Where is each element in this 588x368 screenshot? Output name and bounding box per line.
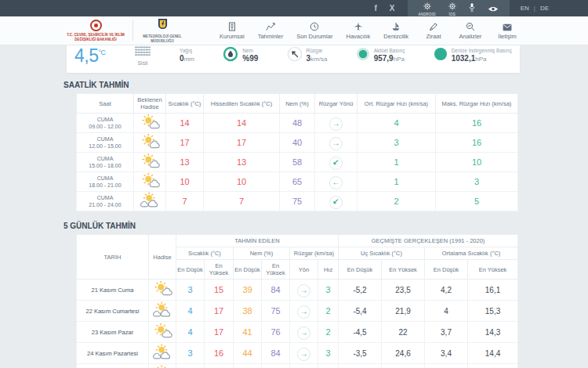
- cell-temp-max: 17: [205, 301, 234, 322]
- hourly-col-nem: Nem (%): [280, 94, 315, 114]
- cell-ruzgar-yonu: ↙: [315, 153, 358, 172]
- nav-label: Havacılık: [346, 33, 370, 40]
- cell-hissedilen: 13: [204, 153, 280, 172]
- stat-humidity: Nem %99: [223, 46, 258, 65]
- cell-hissedilen: 7: [204, 192, 280, 211]
- cell-ext-min: -3,5: [339, 343, 382, 364]
- ship-icon: [391, 21, 401, 31]
- cell-nem: 40: [280, 133, 315, 153]
- wind-direction-icon: →: [329, 117, 343, 131]
- main-nav: Kurumsal Tahminler Son Durumlar Havacılı…: [220, 21, 519, 40]
- stat-wind: Rüzgar 3km/sa: [287, 46, 328, 65]
- pressure-gauge-icon: [434, 47, 448, 64]
- pressure-gauge-icon: [356, 47, 370, 64]
- cell-nem: 48: [280, 114, 315, 133]
- hourly-row: CUMA21.00 - 24.00 7 7 75 ↙ 2 5: [77, 192, 518, 211]
- stat-label: Denize İndirgenmiş Basınç: [452, 48, 512, 54]
- cell-hiz: 6: [318, 364, 339, 368]
- ministry-logo[interactable]: T.C. ÇEVRE, ŞEHİRCİLİK VE İKLİM DEĞİŞİKL…: [67, 20, 125, 41]
- cell-tarih: 23 Kasım Pazar: [77, 322, 149, 343]
- hourly-col-hadise: Beklenen Hadise: [134, 94, 166, 114]
- nav-item-tahminler[interactable]: Tahminler: [258, 21, 284, 40]
- lang-de-link[interactable]: DE: [540, 5, 549, 12]
- cell-maks-hiz: 5: [436, 192, 518, 211]
- nav-item-son-durumlar[interactable]: Son Durumlar: [296, 21, 332, 40]
- nav-item-denizcilik[interactable]: Denizcilik: [383, 21, 408, 40]
- hourly-col-ort-hiz: Ort. Rüzgar Hızı (km/sa): [358, 94, 436, 114]
- microphone-icon: [469, 2, 475, 15]
- stat-label: Aktüel Basınç: [374, 48, 405, 54]
- nav-item-ziraat[interactable]: Ziraat: [422, 21, 445, 40]
- voice-button[interactable]: [469, 2, 475, 15]
- hourly-col-saat: Saat: [77, 94, 134, 114]
- cell-hadise: [149, 343, 176, 364]
- cell-temp-max: 15: [205, 280, 234, 301]
- cell-avg-min: 4,2: [425, 280, 468, 301]
- ios-app-button[interactable]: İOS: [448, 0, 456, 16]
- ios-app-label: İOS: [448, 13, 455, 17]
- airplane-icon: [354, 21, 363, 31]
- stat-value: 0mm: [180, 54, 194, 63]
- cell-hum-min: 38: [234, 301, 262, 322]
- cell-temp-min: 4: [176, 364, 205, 368]
- wind-direction-icon: →: [297, 284, 310, 298]
- site-header: T.C. ÇEVRE, ŞEHİRCİLİK VE İKLİM DEĞİŞİKL…: [0, 16, 588, 45]
- daily-leaf-hum-max: En Yüksek: [262, 260, 290, 280]
- lang-en-link[interactable]: EN: [521, 5, 529, 12]
- daily-sub-uc-sicaklik: Uç Sıcaklık (°C): [339, 247, 425, 260]
- cell-yon: ↙: [290, 364, 318, 368]
- cell-sicaklik: 13: [166, 153, 204, 172]
- cell-yon: →: [290, 322, 318, 343]
- cell-hum-max: 84: [262, 280, 290, 301]
- cell-ext-min: -5,4: [339, 301, 382, 322]
- cell-avg-max: 15,3: [468, 301, 518, 322]
- cell-temp-max: 16: [205, 364, 234, 368]
- nav-label: Tahminler: [258, 33, 284, 40]
- cell-hum-max: 82: [262, 364, 290, 368]
- current-temperature: 4,5°C: [74, 45, 106, 67]
- stat-value: 1032,1hPa: [452, 54, 512, 63]
- hourly-row: CUMA15.00 - 18.00 13 13 58 ↙ 1 10: [77, 153, 518, 172]
- cell-ext-min: -4,5: [339, 322, 382, 343]
- cell-ext-min: -5,2: [339, 280, 382, 301]
- android-app-button[interactable]: ANDROID: [419, 0, 436, 16]
- daily-leaf-ext-max: En Yüksek: [382, 260, 425, 280]
- cell-ruzgar-yonu: →: [315, 114, 358, 133]
- daily-leaf-hiz: Hız: [318, 260, 339, 280]
- x-twitter-icon[interactable]: X: [390, 4, 395, 13]
- lang-separator: |: [534, 5, 535, 12]
- nav-item-kurumsal[interactable]: Kurumsal: [220, 21, 245, 40]
- cell-avg-max: 16,1: [468, 280, 518, 301]
- wind-direction-icon: ←: [329, 176, 343, 189]
- daily-leaf-avg-min: En Düşük: [425, 260, 468, 280]
- wind-compass-icon: [287, 46, 303, 65]
- cell-sicaklik: 7: [166, 192, 204, 211]
- facebook-icon[interactable]: f: [375, 4, 377, 13]
- ministry-emblem-icon: [90, 20, 102, 31]
- accessibility-button[interactable]: [488, 2, 499, 15]
- nav-label: Analizler: [459, 33, 482, 40]
- cell-hadise: [134, 153, 166, 172]
- cell-hum-max: 76: [262, 322, 290, 343]
- cell-ext-min: -3,8: [339, 364, 382, 368]
- cell-avg-min: 4: [425, 301, 468, 322]
- nav-item-havacilik[interactable]: Havacılık: [346, 21, 370, 40]
- social-links: f X: [375, 4, 395, 13]
- daily-leaf-yon: Yön: [290, 260, 318, 280]
- cell-ext-max: 24,2: [382, 364, 425, 368]
- daily-row: 24 Kasım Pazartesi 3 16 44 84 → 3 -3,5 2…: [77, 343, 518, 364]
- stat-precipitation: Yağış 0mm: [180, 48, 194, 63]
- cell-nem: 75: [280, 192, 315, 211]
- cell-temp-min: 3: [176, 280, 205, 301]
- android-app-label: ANDROID: [419, 13, 436, 17]
- cell-sicaklik: 14: [166, 114, 204, 133]
- mgm-logo[interactable]: METEOROLOJİ GENEL MÜDÜRLÜĞÜ: [141, 18, 183, 43]
- nav-label: Denizcilik: [383, 33, 408, 40]
- stat-value: 3km/sa: [307, 54, 328, 63]
- nav-item-analizler[interactable]: Analizler: [459, 21, 482, 40]
- daily-leaf-temp-min: En Düşük: [176, 260, 205, 280]
- daily-leaf-hum-min: En Düşük: [234, 260, 262, 280]
- cell-yon: →: [290, 343, 318, 364]
- language-switcher: EN | DE: [521, 5, 549, 12]
- nav-item-iletisim[interactable]: İletişim: [495, 21, 519, 40]
